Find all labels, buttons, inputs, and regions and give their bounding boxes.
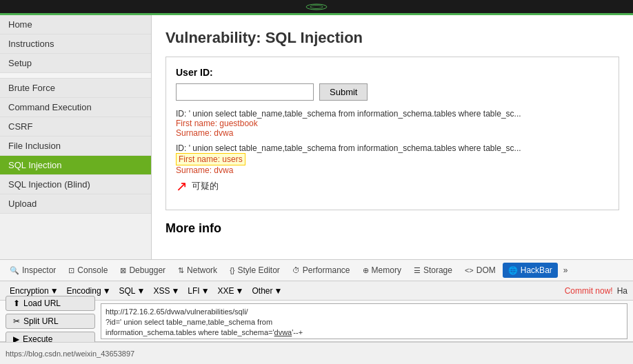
hackbar-buttons: ⬆ Load URL ✂ Split URL ▶ Execute (6, 296, 95, 347)
sidebar-item-sql-injection-blind[interactable]: SQL Injection (Blind) (0, 175, 151, 194)
sidebar-item-instructions[interactable]: Instructions (0, 34, 151, 54)
tab-debugger-label: Debugger (129, 265, 165, 275)
result2-surname: Surname: dvwa (176, 165, 609, 175)
tab-inspector-label: Inspector (22, 265, 56, 275)
arrow-annotation: ↗ 可疑的 (176, 178, 609, 194)
tab-performance[interactable]: ⏱ Performance (287, 263, 356, 278)
annotation-text: 可疑的 (192, 180, 219, 192)
menu-sql-label: SQL (119, 286, 136, 296)
result1-surname: Surname: dvwa (176, 128, 609, 138)
split-url-icon: ✂ (13, 316, 20, 326)
app-wrapper: Home Instructions Setup Brute Force Comm… (0, 0, 633, 364)
performance-icon: ⏱ (292, 266, 300, 274)
sidebar-item-command-execution[interactable]: Command Execution (0, 98, 151, 117)
result1-query: ID: ' union select table_name,table_sche… (176, 109, 609, 119)
devtools-bar: 🔍 Inspector ⊡ Console ⊠ Debugger ⇅ Netwo… (0, 259, 633, 281)
commit-now-label[interactable]: Commit now! (565, 286, 613, 296)
result2-firstname: First name: users (176, 153, 245, 165)
menu-other-label: Other (252, 286, 272, 296)
tab-network[interactable]: ⇅ Network (172, 263, 223, 278)
menu-encryption-arrow: ▼ (50, 286, 59, 296)
url-highlight-dvwa: dvwa (274, 328, 292, 336)
tab-debugger[interactable]: ⊠ Debugger (114, 263, 171, 278)
userid-input[interactable] (176, 83, 314, 101)
status-url: https://blog.csdn.net/weixin_43653897 (6, 350, 134, 358)
tab-dom[interactable]: <> DOM (459, 263, 501, 278)
network-icon: ⇅ (178, 266, 184, 275)
ha-label: Ha (617, 286, 627, 296)
memory-icon: ⊕ (363, 266, 369, 275)
debugger-icon: ⊠ (120, 266, 126, 275)
menu-xss[interactable]: XSS ▼ (149, 284, 183, 298)
tab-style-editor[interactable]: {} Style Editor (224, 263, 285, 278)
tab-storage[interactable]: ☰ Storage (408, 263, 458, 278)
sidebar: Home Instructions Setup Brute Force Comm… (0, 15, 152, 259)
hackbar-url-area[interactable]: http://172.16.2.65/dvwa/vulnerabilities/… (101, 303, 627, 339)
load-url-button[interactable]: ⬆ Load URL (6, 296, 95, 311)
tab-hackbar[interactable]: 🌐 HackBar (503, 263, 558, 278)
hackbar-panel: ⬆ Load URL ✂ Split URL ▶ Execute http://… (0, 301, 633, 342)
devtools-more-button[interactable]: » (559, 263, 572, 278)
sidebar-gap-1 (0, 73, 151, 79)
console-icon: ⊡ (68, 266, 74, 275)
vuln-box: User ID: Submit ID: ' union select table… (165, 57, 619, 210)
menu-encryption-label: Encryption (10, 286, 49, 296)
style-editor-icon: {} (230, 266, 234, 274)
menu-sql-arrow: ▼ (137, 286, 145, 296)
top-bar (0, 0, 633, 15)
menu-xxe[interactable]: XXE ▼ (214, 284, 248, 298)
tab-memory[interactable]: ⊕ Memory (357, 263, 407, 278)
tab-style-editor-label: Style Editor (237, 265, 279, 275)
sidebar-item-setup[interactable]: Setup (0, 54, 151, 73)
sidebar-item-brute-force[interactable]: Brute Force (0, 79, 151, 98)
userid-label: User ID: (176, 67, 609, 78)
sidebar-item-csrf[interactable]: CSRF (0, 117, 151, 136)
split-url-label: Split URL (23, 316, 59, 326)
status-bar: https://blog.csdn.net/weixin_43653897 (0, 342, 633, 364)
sidebar-item-sql-injection[interactable]: SQL Injection (0, 156, 151, 175)
submit-button[interactable]: Submit (319, 83, 368, 101)
sidebar-item-file-inclusion[interactable]: File Inclusion (0, 136, 151, 156)
split-url-button[interactable]: ✂ Split URL (6, 314, 95, 329)
middle-section: Home Instructions Setup Brute Force Comm… (0, 15, 633, 259)
tab-hackbar-label: HackBar (521, 265, 552, 275)
red-arrow-icon: ↗ (176, 178, 188, 194)
menu-lfi-arrow: ▼ (201, 286, 210, 296)
content-area: Vulnerability: SQL Injection User ID: Su… (152, 15, 633, 259)
tab-dom-label: DOM (476, 265, 496, 275)
tab-console[interactable]: ⊡ Console (63, 263, 113, 278)
menu-xss-arrow: ▼ (171, 286, 179, 296)
tab-storage-label: Storage (423, 265, 452, 275)
tab-memory-label: Memory (372, 265, 401, 275)
menu-encoding-label: Encoding (67, 286, 101, 296)
menu-other-arrow: ▼ (274, 286, 283, 296)
url-text-part1: http://172.16.2.65/dvwa/vulnerabilities/… (106, 307, 303, 339)
menu-lfi-label: LFI (188, 286, 199, 296)
tab-performance-label: Performance (303, 265, 350, 275)
load-url-icon: ⬆ (13, 299, 20, 308)
tab-network-label: Network (187, 265, 217, 275)
dom-icon: <> (465, 266, 474, 274)
result2-query: ID: ' union select table_name,table_sche… (176, 143, 609, 153)
tab-inspector[interactable]: 🔍 Inspector (4, 263, 61, 278)
menu-lfi[interactable]: LFI ▼ (183, 284, 213, 298)
load-url-label: Load URL (23, 299, 61, 308)
input-row: Submit (176, 83, 609, 101)
storage-icon: ☰ (414, 266, 421, 275)
sidebar-item-upload[interactable]: Upload (0, 194, 151, 214)
inspector-icon: 🔍 (10, 266, 19, 275)
page-title: Vulnerability: SQL Injection (165, 29, 619, 47)
hackbar-globe-icon: 🌐 (508, 266, 518, 275)
result-block-1: ID: ' union select table_name,table_sche… (176, 109, 609, 138)
result1-firstname: First name: guestbook (176, 119, 609, 128)
dvwa-logo (303, 1, 330, 12)
svg-point-1 (310, 5, 323, 8)
result-block-2: ID: ' union select table_name,table_sche… (176, 143, 609, 194)
sidebar-item-home[interactable]: Home (0, 15, 151, 34)
menu-other[interactable]: Other ▼ (248, 284, 286, 298)
menu-xxe-arrow: ▼ (236, 286, 244, 296)
more-info-heading: More info (165, 221, 619, 236)
menu-sql[interactable]: SQL ▼ (115, 284, 150, 298)
menu-encoding-arrow: ▼ (103, 286, 111, 296)
menu-xss-label: XSS (153, 286, 170, 296)
